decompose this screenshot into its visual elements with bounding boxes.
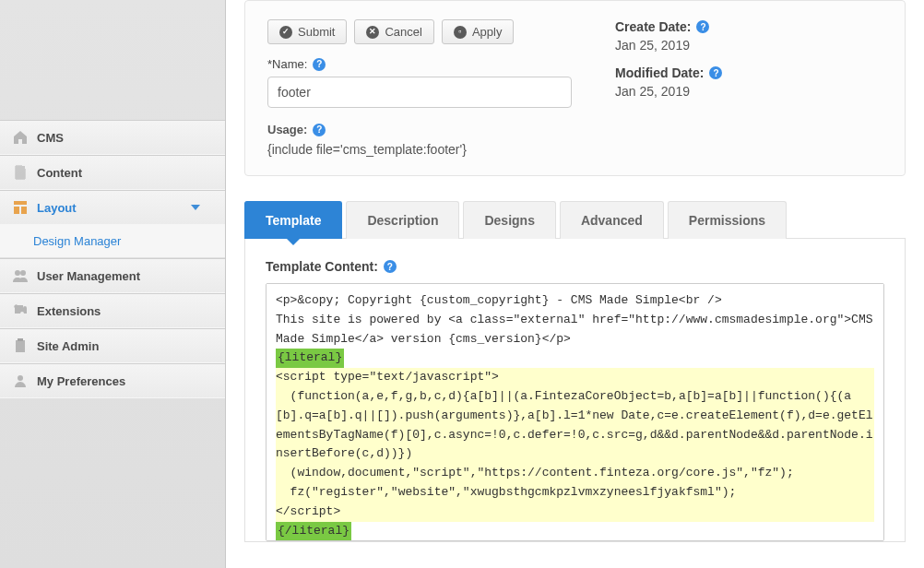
- tab-permissions[interactable]: Permissions: [668, 201, 787, 239]
- sidebar-item-label: Layout: [37, 201, 77, 215]
- svg-point-5: [20, 270, 26, 276]
- help-icon[interactable]: ?: [384, 260, 397, 273]
- form-panel: ✓ Submit ✕ Cancel ▫ Apply *Name: [244, 0, 906, 176]
- svg-rect-6: [16, 340, 25, 352]
- action-toolbar: ✓ Submit ✕ Cancel ▫ Apply: [267, 19, 578, 44]
- modified-date-label: Modified Date: ?: [615, 65, 883, 80]
- svg-rect-1: [14, 201, 27, 205]
- usage-value: {include file='cms_template:footer'}: [267, 142, 578, 157]
- tab-designs[interactable]: Designs: [463, 201, 555, 239]
- sidebar-item-content[interactable]: Content: [0, 155, 225, 190]
- sidebar-item-extensions[interactable]: Extensions: [0, 293, 225, 328]
- sidebar-item-label: Extensions: [37, 304, 101, 318]
- template-content-label: Template Content: ?: [266, 259, 884, 274]
- sidebar: CMS Content Layout Design Manager User M…: [0, 0, 226, 568]
- sidebar-item-cms[interactable]: CMS: [0, 120, 225, 155]
- sidebar-item-label: User Management: [37, 269, 140, 283]
- tab-bar: Template Description Designs Advanced Pe…: [244, 200, 906, 239]
- user-icon: [13, 373, 28, 388]
- sidebar-item-layout[interactable]: Layout: [0, 190, 225, 225]
- help-icon[interactable]: ?: [696, 20, 709, 33]
- tab-description[interactable]: Description: [346, 201, 459, 239]
- submit-button[interactable]: ✓ Submit: [267, 19, 347, 44]
- usage-label: Usage: ?: [267, 123, 578, 136]
- svg-rect-0: [16, 166, 25, 179]
- tab-panel-template: Template Content: ? <p>&copy; Copyright …: [244, 239, 906, 542]
- sidebar-item-site-admin[interactable]: Site Admin: [0, 328, 225, 363]
- cancel-button[interactable]: ✕ Cancel: [354, 19, 433, 44]
- sidebar-item-label: Content: [37, 166, 82, 180]
- modified-date-value: Jan 25, 2019: [615, 84, 883, 99]
- svg-rect-3: [21, 207, 27, 214]
- help-icon[interactable]: ?: [313, 124, 326, 136]
- page-icon: [13, 165, 28, 180]
- help-icon[interactable]: ?: [709, 66, 722, 79]
- clipboard-icon: [13, 338, 28, 353]
- sidebar-subitem-design-manager[interactable]: Design Manager: [0, 225, 225, 258]
- tab-template[interactable]: Template: [244, 201, 342, 239]
- create-date-label: Create Date: ?: [615, 19, 883, 34]
- check-icon: ✓: [279, 26, 292, 39]
- main-content: ✓ Submit ✕ Cancel ▫ Apply *Name: [226, 0, 924, 568]
- sidebar-item-label: My Preferences: [37, 374, 125, 388]
- apply-button[interactable]: ▫ Apply: [442, 19, 515, 44]
- layout-icon: [13, 200, 28, 215]
- name-label: *Name: ?: [267, 57, 578, 71]
- svg-rect-2: [14, 207, 19, 214]
- chevron-down-icon: [188, 200, 203, 215]
- create-date-value: Jan 25, 2019: [615, 38, 883, 53]
- svg-rect-7: [18, 338, 23, 341]
- tab-advanced[interactable]: Advanced: [560, 201, 664, 239]
- sidebar-item-label: Site Admin: [37, 339, 99, 353]
- template-content-editor[interactable]: <p>&copy; Copyright {custom_copyright} -…: [266, 283, 884, 541]
- name-input[interactable]: [267, 77, 572, 108]
- help-icon[interactable]: ?: [313, 58, 326, 71]
- puzzle-icon: [13, 303, 28, 318]
- apply-icon: ▫: [454, 26, 467, 39]
- sidebar-item-my-preferences[interactable]: My Preferences: [0, 363, 225, 398]
- users-icon: [13, 268, 28, 283]
- sidebar-item-label: CMS: [37, 131, 64, 145]
- close-icon: ✕: [366, 26, 379, 39]
- svg-point-4: [15, 270, 20, 276]
- svg-point-8: [18, 375, 23, 381]
- sidebar-item-user-management[interactable]: User Management: [0, 258, 225, 293]
- home-icon: [13, 130, 28, 145]
